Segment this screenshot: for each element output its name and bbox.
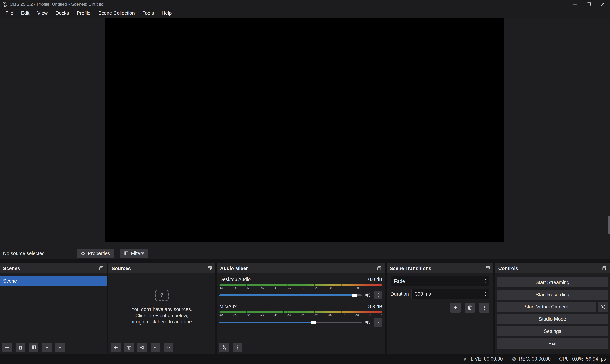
live-time: LIVE: 00:00:00 (471, 356, 503, 362)
window-title: OBS 29.1.2 - Profile: Untitled - Scenes:… (10, 2, 104, 7)
transition-select[interactable]: Fade (390, 276, 489, 286)
audio-mixer-panel: Audio Mixer Desktop Audio 0.0 dB -60-55-… (217, 263, 385, 354)
preview-canvas[interactable] (105, 18, 504, 243)
scene-filters-icon (31, 345, 36, 350)
slider-handle[interactable] (311, 321, 316, 324)
kebab-icon (235, 345, 240, 350)
add-scene-button[interactable] (2, 343, 12, 352)
add-source-button[interactable] (111, 343, 121, 352)
volume-slider[interactable] (219, 291, 362, 299)
controls-panel-header[interactable]: Controls (495, 263, 610, 273)
move-scene-down-button[interactable] (55, 343, 65, 352)
gear-icon (600, 304, 606, 310)
combo-arrows-icon[interactable] (482, 276, 489, 286)
popout-icon[interactable] (377, 266, 381, 271)
start-recording-button[interactable]: Start Recording (497, 290, 608, 300)
move-source-down-button[interactable] (164, 343, 173, 352)
advanced-audio-button[interactable] (219, 343, 229, 352)
live-icon (463, 356, 468, 362)
volume-slider[interactable] (219, 318, 362, 327)
trash-icon (467, 305, 472, 310)
start-virtual-camera-button[interactable]: Start Virtual Camera (497, 302, 596, 312)
speaker-icon[interactable] (365, 320, 371, 325)
move-scene-up-button[interactable] (42, 343, 52, 352)
volume-meter (219, 284, 382, 286)
window-titlebar[interactable]: OBS 29.1.2 - Profile: Untitled - Scenes:… (0, 0, 610, 9)
duration-spinbox[interactable]: 300 ms (412, 289, 489, 299)
scene-filters-button[interactable] (29, 343, 39, 352)
audio-mixer-panel-title: Audio Mixer (220, 266, 248, 271)
properties-button[interactable]: Properties (77, 248, 114, 258)
studio-mode-button[interactable]: Studio Mode (497, 314, 608, 324)
channel-options-button[interactable] (374, 318, 382, 327)
menu-view[interactable]: View (33, 9, 52, 17)
scene-list-item[interactable]: Scene (0, 276, 107, 286)
scene-transitions-panel-header[interactable]: Scene Transitions (387, 263, 493, 273)
speaker-icon[interactable] (365, 292, 371, 298)
transition-options-button[interactable] (479, 303, 489, 313)
popout-icon[interactable] (602, 266, 607, 271)
menu-profile[interactable]: Profile (73, 9, 95, 17)
audio-mixer-body: Desktop Audio 0.0 dB -60-55-50-45-40-35-… (217, 273, 385, 354)
dock-resize-handle[interactable] (608, 216, 610, 234)
scene-transitions-panel-title: Scene Transitions (390, 266, 431, 271)
filters-button[interactable]: Filters (120, 248, 148, 258)
sources-empty-line-3: or right click here to add one. (130, 319, 193, 325)
menu-tools[interactable]: Tools (139, 9, 158, 17)
slider-handle[interactable] (352, 294, 357, 297)
exit-button[interactable]: Exit (497, 338, 608, 349)
audio-mixer-panel-header[interactable]: Audio Mixer (217, 263, 385, 273)
close-button[interactable] (596, 0, 610, 9)
virtual-camera-settings-button[interactable] (598, 302, 609, 312)
window-controls (568, 0, 610, 9)
spin-arrows-icon[interactable] (482, 289, 489, 299)
scenes-toolbar (2, 343, 104, 352)
controls-panel: Controls Start Streaming Start Recording… (495, 263, 610, 354)
sources-empty-line-1: You don't have any sources. (130, 306, 193, 312)
channel-options-button[interactable] (374, 291, 382, 299)
sources-panel-header[interactable]: Sources (109, 263, 215, 273)
menu-bar: File Edit View Docks Profile Scene Colle… (0, 9, 610, 18)
menu-docks[interactable]: Docks (52, 9, 73, 17)
remove-transition-button[interactable] (465, 303, 475, 313)
sources-list[interactable]: ? You don't have any sources. Click the … (109, 273, 215, 354)
sources-panel-title: Sources (112, 266, 131, 271)
scenes-list: Scene (0, 273, 107, 354)
menu-help[interactable]: Help (158, 9, 176, 17)
remove-scene-button[interactable] (15, 343, 25, 352)
question-icon: ? (155, 290, 168, 301)
advanced-audio-icon (221, 345, 227, 350)
gear-icon (139, 345, 145, 350)
mixer-channel-mic-aux: Mic/Aux -8.3 dB -60-55-50-45-40-35-30-25… (219, 304, 382, 326)
menu-scene-collection[interactable]: Scene Collection (94, 9, 139, 17)
minimize-button[interactable] (568, 0, 582, 9)
mixer-channel-desktop-audio: Desktop Audio 0.0 dB -60-55-50-45-40-35-… (219, 277, 382, 299)
source-properties-button[interactable] (137, 343, 147, 352)
add-transition-button[interactable] (450, 303, 460, 313)
meter-scale: -60-55-50-45-40-35-30-25-20-15-10-50 (219, 314, 382, 317)
settings-button[interactable]: Settings (497, 326, 608, 336)
kebab-icon (375, 320, 381, 325)
meter-scale: -60-55-50-45-40-35-30-25-20-15-10-50 (219, 286, 382, 290)
start-streaming-button[interactable]: Start Streaming (497, 277, 608, 287)
scene-transitions-panel: Scene Transitions Fade Duration 300 ms (387, 263, 493, 354)
status-bar: LIVE: 00:00:00 REC: 00:00:00 CPU: 0.0%, … (0, 354, 610, 364)
maximize-button[interactable] (582, 0, 596, 9)
cpu-fps-text: CPU: 0.0%, 59.94 fps (559, 356, 606, 362)
popout-icon[interactable] (99, 266, 103, 271)
preview-area: No source selected Properties Filters (0, 18, 610, 259)
duration-label: Duration (390, 291, 408, 297)
mixer-options-button[interactable] (233, 343, 242, 352)
trash-icon (18, 345, 23, 350)
popout-icon[interactable] (485, 266, 490, 271)
scenes-panel-title: Scenes (3, 266, 20, 271)
menu-edit[interactable]: Edit (17, 9, 33, 17)
rec-time: REC: 00:00:00 (519, 356, 551, 362)
close-icon (600, 1, 606, 7)
scenes-panel-header[interactable]: Scenes (0, 263, 107, 273)
popout-icon[interactable] (207, 266, 212, 271)
controls-panel-title: Controls (498, 266, 518, 271)
move-source-up-button[interactable] (151, 343, 160, 352)
remove-source-button[interactable] (124, 343, 134, 352)
menu-file[interactable]: File (1, 9, 17, 17)
